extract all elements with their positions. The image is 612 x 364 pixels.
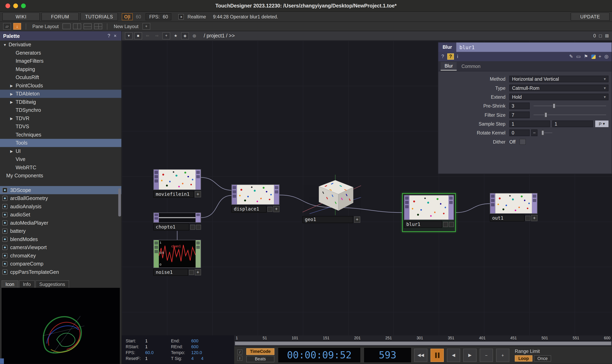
list-item[interactable]: autoMediaPlayer [0, 219, 122, 227]
tab-blur[interactable]: Blur [441, 62, 457, 70]
node-output-ports[interactable] [195, 240, 201, 268]
once-button[interactable]: Once [534, 355, 551, 362]
node-name-tag[interactable]: blur1 [404, 221, 442, 228]
info-value[interactable]: 120.0 [191, 350, 234, 356]
node-displace1[interactable]: displace1 + [231, 184, 280, 212]
wiki-button[interactable]: WIKI [2, 13, 40, 21]
breadcrumb[interactable]: / project1 / >> [204, 33, 235, 39]
node-name-tag[interactable]: moviefilein1 [153, 191, 194, 198]
info-value[interactable]: 1 [145, 356, 171, 362]
add-parameter-icon[interactable]: + [598, 54, 601, 59]
timeline-range-scrollbar[interactable] [234, 341, 612, 346]
method-dropdown[interactable]: Horizontal and Vertical▾ [509, 76, 609, 82]
step-forward-button[interactable]: ▶ [463, 349, 476, 362]
tree-item-imagefilters[interactable]: ImageFilters [0, 57, 122, 65]
beats-mode-button[interactable]: Beats [246, 355, 274, 362]
window-icon[interactable]: □ [599, 33, 602, 39]
node-name-tag[interactable]: displace1 [231, 206, 267, 212]
node-name-tag[interactable]: geo1 [302, 216, 353, 223]
dropdown-arrow-icon[interactable]: ▾ [125, 32, 133, 39]
node-input-ports[interactable] [232, 185, 237, 204]
network-editor[interactable]: ▾ ■ ⇦ ⇨ + ★ ◈ ◎ / project1 / >> 0 □ ⊞ [122, 31, 612, 364]
samplestep-mode-dropdown[interactable]: P▾ [595, 120, 609, 127]
tab-icon[interactable]: Icon [2, 281, 18, 288]
node-input-ports[interactable] [154, 170, 159, 190]
frame-ruler[interactable]: 1 51 101 151 201 251 301 351 401 451 501… [234, 336, 612, 341]
pause-button[interactable] [431, 349, 444, 362]
zoom-window-button[interactable] [21, 3, 26, 8]
list-item[interactable]: 3DScope [0, 186, 122, 194]
samplestep-y-field[interactable]: 1 [552, 120, 593, 127]
layout-quad-button[interactable] [94, 24, 102, 29]
node-output-ports[interactable] [532, 194, 537, 213]
info-value[interactable]: 1 [145, 338, 171, 344]
layout-hsplit-button[interactable] [83, 24, 92, 29]
realtime-checkbox[interactable]: × [178, 14, 184, 19]
node-flag-button[interactable] [267, 207, 272, 211]
node-output-ports[interactable] [195, 170, 201, 190]
timecode-slash-button[interactable]: / [237, 350, 243, 354]
node-noise1[interactable]: 1 0.5 0 chan1 noise1 + [153, 240, 201, 276]
viewer-icon[interactable]: ▱ [3, 23, 11, 30]
increment-button[interactable]: + [496, 349, 509, 362]
tree-item-generators[interactable]: Generators [0, 49, 122, 57]
jump-target-icon[interactable]: ◎ [190, 32, 198, 39]
tree-item-oculusrift[interactable]: OculusRift [0, 73, 122, 81]
info-value[interactable]: 60.0 [145, 350, 171, 356]
rotatekernel-field[interactable]: 0 [509, 130, 530, 136]
info-value[interactable]: 600 [191, 344, 234, 350]
node-output-ports[interactable] [449, 195, 453, 220]
rewind-button[interactable]: ◀◀ [414, 349, 427, 362]
node-moviefilein1[interactable]: moviefilein1 + [153, 169, 201, 198]
node-name-tag[interactable]: out1 [490, 215, 525, 222]
back-icon[interactable]: ⇦ [144, 32, 151, 39]
step-back-button[interactable]: ◀ [447, 349, 460, 362]
midi-oi-badge[interactable]: O|I [122, 13, 133, 20]
target-icon[interactable]: ◎ [604, 54, 608, 59]
node-add-button[interactable]: + [273, 206, 280, 212]
tree-item-tdbitwig[interactable]: ▶TDBitwig [0, 98, 122, 106]
node-input-ports[interactable] [154, 213, 159, 222]
palette-scrollbar[interactable] [118, 188, 121, 216]
info-value[interactable]: 1 [145, 344, 171, 350]
type-dropdown[interactable]: Catmull-Rom▾ [509, 85, 609, 91]
orange-arrow-icon[interactable]: ↓ [13, 23, 21, 30]
timecode-mode-button[interactable]: TimeCode [246, 348, 274, 355]
tree-item-my-components[interactable]: My Components [0, 172, 122, 180]
list-item[interactable]: audioAnalysis [0, 202, 122, 211]
node-name-tag[interactable]: chopto1 [153, 223, 189, 231]
edit-pencil-icon[interactable]: ✎ [569, 54, 573, 59]
tree-item-mapping[interactable]: Mapping [0, 65, 122, 73]
forum-button[interactable]: FORUM [41, 13, 79, 21]
pane-corner-chip[interactable] [0, 358, 4, 364]
node-flag-button[interactable] [189, 270, 194, 275]
palette-help-button[interactable]: ? [106, 33, 112, 39]
tree-item-tools[interactable]: Tools [0, 139, 122, 147]
add-layout-button[interactable]: + [142, 23, 150, 30]
tab-suggestions[interactable]: Suggestions [35, 281, 69, 288]
update-button[interactable]: UPDATE [571, 13, 610, 21]
node-blur1[interactable]: blur1 [404, 195, 454, 228]
node-add-button[interactable]: + [195, 191, 201, 197]
palette-box-icon[interactable]: ◈ [181, 32, 189, 39]
tree-item-vive[interactable]: Vive [0, 155, 122, 164]
node-flag-button[interactable] [196, 224, 201, 230]
add-icon[interactable]: + [162, 32, 170, 39]
dither-toggle[interactable] [519, 139, 526, 145]
list-item[interactable]: chromaKey [0, 252, 122, 260]
tree-item-derivative[interactable]: ▼Derivative [0, 41, 122, 49]
node-flag-button[interactable] [190, 224, 195, 230]
node-input-ports[interactable] [490, 194, 495, 213]
preshrink-slider[interactable] [531, 103, 609, 109]
tree-item-tdableton[interactable]: ▶TDAbleton [0, 90, 122, 98]
list-item[interactable]: cppParsTemplateGen [0, 268, 122, 276]
node-out1[interactable]: out1 + [490, 193, 537, 222]
grid-icon[interactable]: ⊞ [605, 33, 609, 39]
extend-dropdown[interactable]: Hold▾ [509, 94, 609, 100]
layout-single-button[interactable] [63, 24, 71, 29]
info-icon[interactable]: i [457, 54, 458, 59]
list-item[interactable]: blendModes [0, 235, 122, 244]
filtersize-slider[interactable] [531, 112, 609, 118]
layout-vsplit-button[interactable] [73, 24, 81, 29]
palette-close-button[interactable]: × [112, 33, 118, 39]
